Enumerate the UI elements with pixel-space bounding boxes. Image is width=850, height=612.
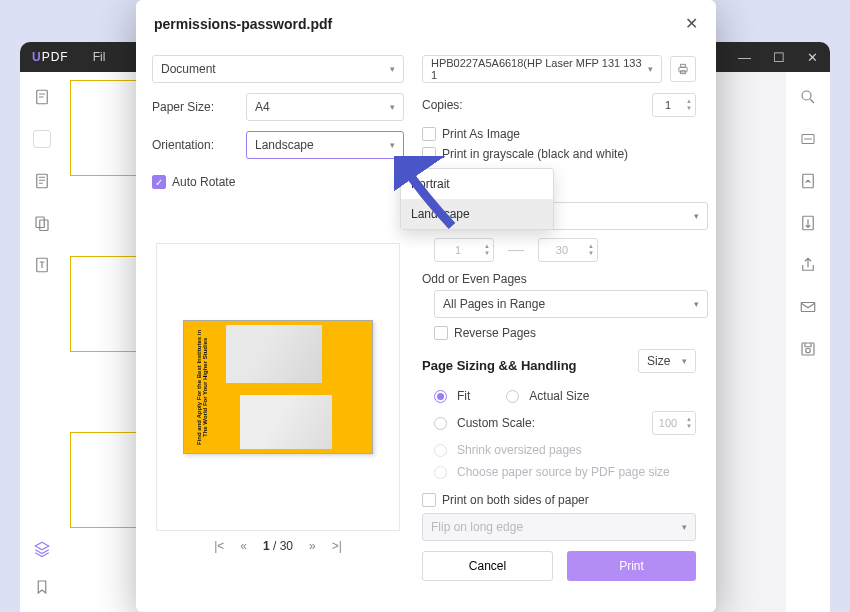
win-max-icon[interactable]: ☐ (773, 50, 785, 65)
svg-point-11 (806, 348, 811, 353)
layers-icon[interactable] (33, 540, 51, 558)
page-sizing-title: Page Sizing && Handling (422, 358, 577, 373)
app-logo: UPDF (32, 50, 69, 64)
preview-image (220, 321, 372, 453)
auto-rotate-checkbox[interactable]: ✓ (152, 175, 166, 189)
range-from-stepper[interactable]: ▲▼ (434, 238, 494, 262)
custom-scale-label: Custom Scale: (457, 416, 535, 430)
orientation-select[interactable]: Landscape (246, 131, 404, 159)
size-select[interactable]: Size (638, 349, 696, 373)
pager-current: 1 (263, 539, 270, 553)
print-as-image-label: Print As Image (442, 127, 520, 141)
preview-caption: Find and Apply For the Best Institutes i… (184, 321, 220, 453)
close-icon[interactable]: ✕ (685, 14, 698, 33)
paper-size-select[interactable]: A4 (246, 93, 404, 121)
actual-size-label: Actual Size (529, 389, 589, 403)
range-dash: — (508, 241, 524, 259)
pager-total: 30 (280, 539, 293, 553)
left-toolbar (20, 72, 64, 612)
pager-first-icon[interactable]: |< (214, 539, 224, 553)
pager-last-icon[interactable]: >| (332, 539, 342, 553)
save-icon[interactable] (799, 340, 817, 358)
choose-source-radio (434, 466, 447, 479)
fit-label: Fit (457, 389, 470, 403)
orientation-label: Orientation: (152, 138, 246, 152)
print-button[interactable]: Print (567, 551, 696, 581)
text-icon[interactable] (33, 256, 51, 274)
compress-icon[interactable] (799, 214, 817, 232)
shrink-radio (434, 444, 447, 457)
thumbnail[interactable] (70, 432, 142, 528)
page-preview: Find and Apply For the Best Institutes i… (156, 243, 400, 531)
pager-next-icon[interactable]: » (309, 539, 316, 553)
copy-icon[interactable] (33, 214, 51, 232)
cancel-button[interactable]: Cancel (422, 551, 553, 581)
page-icon[interactable] (33, 88, 51, 106)
odd-even-label: Odd or Even Pages (422, 272, 696, 286)
notes-icon[interactable] (33, 172, 51, 190)
shrink-label: Shrink oversized pages (457, 443, 582, 457)
bookmark-icon[interactable] (33, 578, 51, 596)
custom-scale-stepper[interactable]: ▲▼ (652, 411, 696, 435)
share-icon[interactable] (799, 256, 817, 274)
paper-size-label: Paper Size: (152, 100, 246, 114)
orientation-option-portrait[interactable]: Portrait (401, 169, 553, 199)
dialog-title: permissions-password.pdf (154, 16, 332, 32)
reverse-pages-checkbox[interactable] (434, 326, 448, 340)
scope-select[interactable]: Document (152, 55, 404, 83)
highlight-icon[interactable] (33, 130, 51, 148)
print-grayscale-checkbox[interactable] (422, 147, 436, 161)
search-icon[interactable] (799, 88, 817, 106)
choose-source-label: Choose paper source by PDF page size (457, 465, 670, 479)
svg-rect-9 (801, 303, 815, 312)
ocr-icon[interactable] (799, 130, 817, 148)
thumbnail[interactable] (70, 256, 142, 352)
mail-icon[interactable] (799, 298, 817, 316)
svg-rect-12 (679, 67, 687, 72)
fit-radio[interactable] (434, 390, 447, 403)
svg-rect-1 (37, 174, 48, 188)
odd-even-select[interactable]: All Pages in Range (434, 290, 708, 318)
flip-select: Flip on long edge (422, 513, 696, 541)
menu-file[interactable]: Fil (93, 50, 106, 64)
duplex-label: Print on both sides of paper (442, 493, 589, 507)
copies-stepper[interactable]: ▲▼ (652, 93, 696, 117)
printer-properties-icon[interactable] (670, 56, 696, 82)
svg-rect-13 (681, 64, 686, 67)
win-min-icon[interactable]: — (738, 50, 751, 65)
pager-prev-icon[interactable]: « (240, 539, 247, 553)
actual-size-radio[interactable] (506, 390, 519, 403)
preview-pager: |< « 1 / 30 » >| (152, 539, 404, 553)
print-dialog: permissions-password.pdf ✕ Document Pape… (136, 0, 716, 612)
orientation-dropdown: Portrait Landscape (400, 168, 554, 230)
convert-icon[interactable] (799, 172, 817, 190)
orientation-option-landscape[interactable]: Landscape (401, 199, 553, 229)
auto-rotate-label: Auto Rotate (172, 175, 235, 189)
svg-point-5 (802, 91, 811, 100)
custom-scale-radio[interactable] (434, 417, 447, 430)
print-as-image-checkbox[interactable] (422, 127, 436, 141)
copies-label: Copies: (422, 98, 463, 112)
print-grayscale-label: Print in grayscale (black and white) (442, 147, 628, 161)
printer-select[interactable]: HPB0227A5A6618(HP Laser MFP 131 133 1 (422, 55, 662, 83)
duplex-checkbox[interactable] (422, 493, 436, 507)
thumbnail[interactable] (70, 80, 142, 176)
reverse-pages-label: Reverse Pages (454, 326, 536, 340)
right-toolbar (786, 72, 830, 612)
range-to-stepper[interactable]: ▲▼ (538, 238, 598, 262)
win-close-icon[interactable]: ✕ (807, 50, 818, 65)
